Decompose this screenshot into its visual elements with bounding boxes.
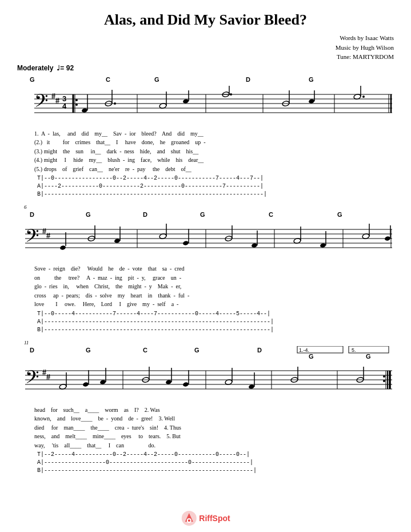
svg-text:#: # [42,368,46,377]
svg-text:G: G [309,76,314,83]
chord-row-1: G C G D G [17,76,394,84]
svg-text:G: G [86,211,91,218]
lyric-line-2: (2.) it for crimes that__ I have done, h… [34,138,394,147]
svg-point-19 [81,108,87,113]
lyric-line-4: (4.) might I hide my__ blush - ing face,… [34,156,394,165]
svg-point-78 [320,243,326,248]
svg-text:#: # [46,373,50,382]
svg-text:D: D [246,76,250,83]
lyric2-line-4: cross ap - pears; dis - solve my heart i… [34,291,394,300]
svg-text:C: C [143,347,147,354]
svg-text:1.-4.: 1.-4. [299,347,309,353]
tab-line-t3: T|--2-----4-----------0--2-----4--2-----… [37,451,394,459]
tempo-label: Moderately [17,64,53,72]
lyric3-line-5: way, 'tis all____ that__ I can do. [34,441,394,450]
lyrics-section-3: head for such__ a____ worm as I? 2. Was … [17,406,394,450]
svg-point-42 [362,96,365,98]
svg-point-83 [384,236,390,241]
tempo-bpm: ♩= 92 [57,64,74,72]
music-credit: Music by Hugh Wilson [17,43,394,53]
lyric2-line-5: love I owe. Here, Lord I give my - self … [34,300,394,309]
page-title: Alas, and Did My Savior Bleed? [17,11,394,29]
svg-text:C: C [269,211,273,218]
tab-line-b3: B|--------------------------------------… [37,467,394,475]
lyric3-line-1: head for such__ a____ worm as I? 2. Was [34,406,394,415]
svg-point-59 [59,245,66,250]
lyric3-line-3: died for man____ the____ crea - ture's s… [34,423,394,432]
lyrics-section-1: 1. A - las, and did my__ Sav - ior bleed… [17,129,394,174]
svg-text:D: D [257,347,262,354]
tab-line-t2: T|--0-----4-----------7------4----7-----… [37,310,394,318]
lyric2-line-3: glo - ries in, when Christ, the might - … [34,282,394,291]
staff-wrapper-1: G C G D G 𝄢 # # 3 4 [17,76,394,127]
tab-line-b2: B|--------------------------------------… [37,326,394,334]
svg-text:#: # [55,97,59,105]
svg-point-121 [248,384,254,389]
lyric3-line-2: known, and love____ be - yond de - gree!… [34,414,394,423]
tab-line-a3: A|------------------0-------------------… [37,459,394,467]
riffspot-icon [181,510,197,526]
lyric-line-1: 1. A - las, and did my__ Sav - ior bleed… [34,129,394,138]
tab-line-a2: A|--------------------------------------… [37,318,394,326]
tab-section-1: T|--0-----------------0--2-----4--2-----… [17,174,394,198]
lyrics-section-2: Sove - reign die? Would he de - vote tha… [17,264,394,309]
words-credit: Words by Isaac Watts [17,33,394,43]
svg-text:D: D [30,211,34,218]
tab-line-b1: B|--------------------------------------… [37,190,394,198]
svg-point-63 [114,238,120,243]
svg-text:G: G [30,76,35,83]
svg-text:4: 4 [62,102,67,110]
svg-text:G: G [337,211,342,218]
svg-point-18 [75,104,78,106]
staff-wrapper-3: 11 D G C G D 1.-4. 5. G G [17,340,394,403]
staff-section-3: 11 D G C G D 1.-4. 5. G G [17,340,394,475]
riffspot-logo: RiffSpot [181,510,230,526]
svg-text:G: G [86,347,91,354]
page: Alas, and Did My Savior Bleed? Words by … [0,0,411,532]
svg-text:#: # [51,92,55,101]
chord-row-3: D G C G D 1.-4. 5. G G [17,346,394,360]
chord-row-2: D G D G C G [17,211,394,219]
svg-text:#: # [42,227,46,236]
lyric2-line-1: Sove - reign die? Would he de - vote tha… [34,264,394,273]
svg-text:𝄢: 𝄢 [25,226,39,250]
svg-point-68 [182,240,189,245]
svg-text:G: G [309,353,314,360]
svg-point-27 [182,98,189,104]
svg-point-17 [75,99,78,101]
tab-section-3: T|--2-----4-----------0--2-----4--2-----… [17,451,394,475]
svg-point-107 [82,382,89,387]
measure-num-3: 11 [24,340,29,346]
tab-line-a1: A|----2-----------0-----------2---------… [37,182,394,190]
svg-point-23 [114,102,116,105]
staff-svg-2: 𝄢 # # [17,221,394,262]
tune-credit: Tune: MARTYRDOM [17,52,394,62]
riffspot-text: RiffSpot [199,514,230,523]
svg-text:D: D [143,211,147,218]
lyric2-line-2: on the tree? A - maz - ing pit - y, grac… [34,273,394,283]
svg-text:G: G [366,353,371,360]
svg-point-37 [308,98,314,104]
svg-point-137 [187,519,190,522]
svg-point-33 [230,93,232,96]
svg-point-114 [165,379,171,384]
svg-text:C: C [106,76,110,83]
svg-text:G: G [200,211,205,218]
staff-svg-1: 𝄢 # # 3 4 [17,86,394,127]
svg-text:𝄢: 𝄢 [25,367,39,391]
attribution: Words by Isaac Watts Music by Hugh Wilso… [17,33,394,62]
svg-text:G: G [154,76,159,83]
lyric3-line-4: ness, and melt____ mine____ eyes to tear… [34,432,394,441]
svg-text:5.: 5. [352,347,356,353]
staff-section-2: 6 D G D G C G 𝄢 # # [17,204,394,334]
svg-point-73 [251,243,257,248]
svg-point-131 [383,380,385,382]
svg-point-130 [383,375,385,378]
tab-section-2: T|--0-----4-----------7------4----7-----… [17,310,394,334]
staff-svg-3: 𝄢 # # [17,362,394,403]
staff-section-1: G C G D G 𝄢 # # 3 4 [17,76,394,199]
svg-text:D: D [30,347,34,354]
svg-point-116 [182,382,189,387]
staff-wrapper-2: 6 D G D G C G 𝄢 # # [17,204,394,262]
tab-line-t1: T|--0-----------------0--2-----4--2-----… [37,174,394,182]
